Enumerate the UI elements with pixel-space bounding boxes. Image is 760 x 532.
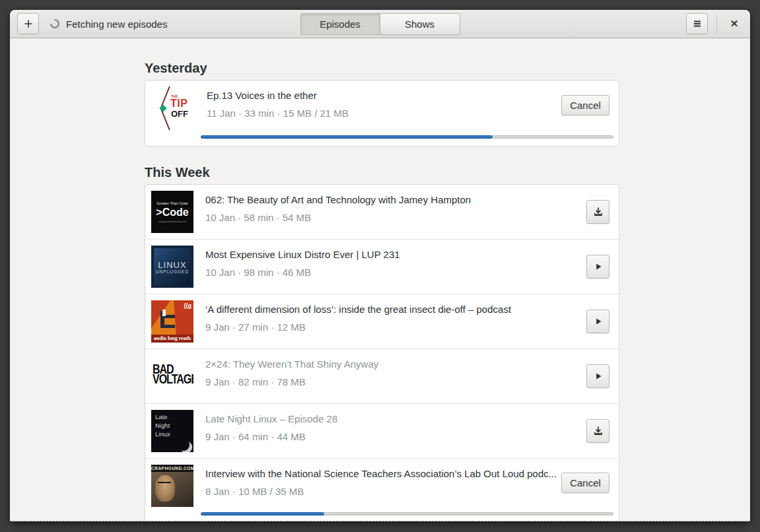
episode-info: Most Expensive Linux Distro Ever | LUP 2…	[205, 246, 586, 288]
download-progress-fill	[201, 135, 493, 139]
episode-row[interactable]: THETIPOFFEp.13 Voices in the ether11 Jan…	[145, 81, 619, 146]
play-button[interactable]	[586, 364, 609, 388]
episode-meta: 9 Jan · 82 min · 78 MB	[205, 376, 586, 387]
play-icon	[593, 316, 604, 327]
episode-artwork: THETIPOFF	[151, 86, 195, 130]
close-button[interactable]: ✕	[726, 15, 743, 32]
desktop-background: Fetching new episodes EpisodesShows ✕ Ye…	[0, 0, 760, 532]
download-button[interactable]	[586, 419, 609, 443]
download-button[interactable]	[586, 200, 609, 224]
download-progress-bar	[201, 135, 613, 139]
plus-icon	[23, 18, 34, 29]
episode-info: Ep.13 Voices in the ether11 Jan · 33 min…	[207, 86, 561, 130]
tab-episodes[interactable]: Episodes	[300, 13, 380, 35]
episode-row[interactable]: LINUXUNPLUGGEDMost Expensive Linux Distr…	[145, 239, 619, 294]
artwork-shape	[158, 482, 171, 485]
play-icon	[593, 261, 604, 272]
hamburger-icon	[692, 18, 703, 29]
download-progress-fill	[201, 512, 324, 515]
episode-artwork: Late Night Linux	[151, 410, 193, 452]
headerbar-right: ✕	[686, 13, 743, 34]
section-title: Yesterday	[145, 61, 619, 76]
artwork-text: Linux	[155, 430, 193, 439]
section-title: This Week	[145, 165, 619, 180]
spinner-icon	[50, 18, 60, 29]
menu-button[interactable]	[686, 13, 708, 34]
episode-info: Late Night Linux – Episode 289 Jan · 64 …	[205, 410, 586, 452]
artwork-text: VOLTAGE	[153, 373, 193, 385]
download-icon	[593, 207, 604, 217]
artwork-text: ((g	[184, 302, 192, 309]
artwork-text: OFF	[171, 109, 188, 119]
episode-title: Interview with the National Science Teac…	[205, 468, 561, 479]
status-text: Fetching new episodes	[66, 18, 167, 30]
episode-action: Cancel	[561, 473, 609, 493]
artwork-text: >Code	[156, 207, 188, 218]
episode-section: This WeekGreater Than Code>Codewww.great…	[145, 165, 619, 521]
episode-title: ‘A different dimension of loss’: inside …	[205, 304, 586, 315]
episode-row[interactable]: Late Night Linux Late Night Linux – Epis…	[145, 403, 619, 458]
view-switcher: EpisodesShows	[300, 13, 460, 35]
episode-action	[586, 310, 609, 333]
artwork-text: UNPLUGGED	[156, 269, 189, 274]
artwork-text: Greater Than Code	[156, 201, 188, 205]
cancel-download-button[interactable]: Cancel	[561, 473, 609, 493]
episode-artwork: LINUXUNPLUGGED	[151, 246, 193, 288]
episodes-view: Yesterday THETIPOFFEp.13 Voices in the e…	[145, 38, 619, 521]
episode-action	[586, 255, 609, 279]
episode-action	[586, 364, 609, 388]
add-podcast-button[interactable]	[17, 13, 39, 34]
episode-title: 2×24: They Weren’t That Shiny Anyway	[205, 358, 586, 370]
artwork-shape	[155, 475, 175, 502]
episode-meta: 8 Jan · 10 MB / 35 MB	[205, 486, 561, 497]
headerbar: Fetching new episodes EpisodesShows ✕	[10, 10, 750, 38]
artwork-text: LINUX	[158, 260, 186, 270]
download-progress-bar	[201, 512, 613, 515]
episode-meta: 11 Jan · 33 min · 15 MB / 21 MB	[207, 108, 561, 119]
status-area: Fetching new episodes	[50, 18, 167, 30]
episode-artwork: BAD VOLTAGE	[151, 355, 193, 397]
episode-action	[586, 200, 609, 224]
episode-artwork: CRAPHOUND.COM	[151, 465, 193, 507]
artwork-text: CRAPHOUND.COM	[151, 465, 193, 472]
episode-title: Late Night Linux – Episode 28	[205, 413, 586, 424]
episode-meta: 10 Jan · 98 min · 46 MB	[205, 267, 586, 278]
episode-info: 2×24: They Weren’t That Shiny Anyway9 Ja…	[205, 355, 586, 397]
episode-section: Yesterday THETIPOFFEp.13 Voices in the e…	[145, 61, 619, 147]
headerbar-separator	[716, 15, 717, 33]
tab-shows[interactable]: Shows	[380, 13, 460, 35]
cancel-download-button[interactable]: Cancel	[561, 95, 609, 116]
play-button[interactable]	[586, 310, 609, 333]
episode-meta: 9 Jan · 27 min · 12 MB	[205, 321, 586, 333]
episode-title: 062: The Beauty of Art and Technology wi…	[205, 194, 586, 205]
episode-meta: 10 Jan · 58 min · 54 MB	[205, 212, 586, 223]
episode-list-card: Greater Than Code>Codewww.greaterthancod…	[145, 184, 619, 521]
episode-meta: 9 Jan · 64 min · 44 MB	[205, 431, 586, 442]
artwork-text: Night	[155, 422, 193, 430]
episode-row[interactable]: BAD VOLTAGE2×24: They Weren’t That Shiny…	[145, 349, 619, 403]
episode-row[interactable]: ((gaudio long reads‘A different dimensio…	[145, 294, 619, 349]
episode-info: Interview with the National Science Teac…	[205, 465, 561, 507]
episode-artwork: Greater Than Code>Codewww.greaterthancod…	[151, 191, 193, 233]
artwork-text: Late	[155, 413, 193, 422]
episode-list-card: THETIPOFFEp.13 Voices in the ether11 Jan…	[145, 80, 619, 147]
episode-action: Cancel	[561, 95, 609, 116]
episode-title: Most Expensive Linux Distro Ever | LUP 2…	[205, 249, 586, 260]
play-icon	[593, 371, 604, 382]
podcasts-app-window: Fetching new episodes EpisodesShows ✕ Ye…	[10, 10, 750, 521]
episode-row[interactable]: Greater Than Code>Codewww.greaterthancod…	[145, 185, 619, 239]
artwork-text: TIP	[170, 98, 188, 110]
play-button[interactable]	[586, 255, 609, 279]
crescent-moon-shape	[176, 438, 191, 452]
artwork-text: audio long reads	[151, 335, 193, 343]
episode-info: ‘A different dimension of loss’: inside …	[205, 300, 586, 343]
episode-action	[586, 419, 609, 443]
episode-title: Ep.13 Voices in the ether	[207, 90, 561, 101]
episode-info: 062: The Beauty of Art and Technology wi…	[205, 191, 586, 233]
artwork-text: www.greaterthancode.com	[158, 220, 186, 223]
download-icon	[593, 426, 604, 436]
episode-row[interactable]: CRAPHOUND.COMInterview with the National…	[145, 458, 619, 521]
episode-artwork: ((gaudio long reads	[151, 300, 193, 343]
artwork-shape	[160, 311, 175, 328]
